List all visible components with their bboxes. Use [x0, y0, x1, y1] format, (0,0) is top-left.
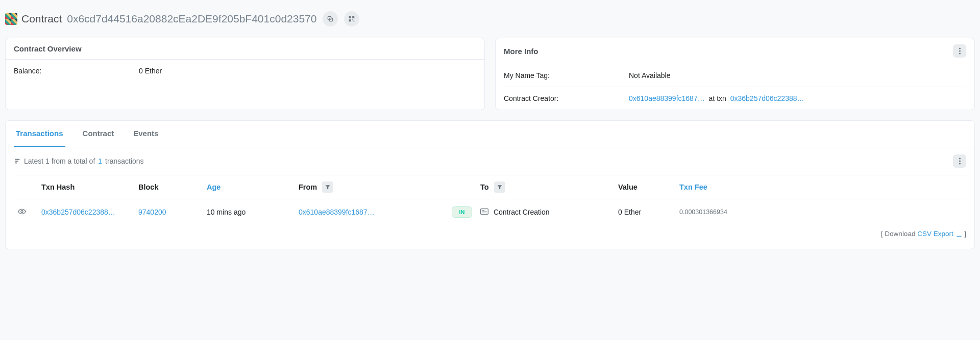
creator-address-link[interactable]: 0x610ae88399fc1687… — [629, 94, 705, 102]
nametag-row: My Name Tag: Not Available — [504, 64, 966, 87]
tx-to-text: Contract Creation — [494, 208, 550, 216]
identicon-icon — [5, 13, 17, 25]
qrcode-icon — [348, 15, 355, 22]
view-tx-button[interactable] — [18, 209, 26, 217]
page-header: Contract 0x6cd7d44516a20882cEa2DE9f205bF… — [5, 5, 975, 33]
copy-button[interactable] — [323, 11, 338, 27]
tx-summary-prefix: Latest 1 from a total of — [24, 157, 95, 165]
col-to: To — [476, 175, 614, 199]
nametag-label: My Name Tag: — [504, 71, 629, 80]
filter-to-button[interactable] — [494, 181, 505, 193]
balance-label: Balance: — [14, 67, 139, 75]
col-value: Value — [614, 175, 675, 199]
svg-point-8 — [959, 50, 961, 52]
page-title: Contract 0x6cd7d44516a20882cEa2DE9f205bF… — [21, 13, 316, 25]
download-icon — [956, 231, 962, 237]
tx-fee: 0.000301366934 — [675, 199, 966, 225]
page-address: 0x6cd7d44516a20882cEa2DE9f205bF401c0d235… — [67, 13, 316, 24]
tab-events[interactable]: Events — [131, 121, 160, 147]
svg-point-11 — [959, 161, 961, 162]
moreinfo-card-header: More Info — [496, 38, 974, 64]
svg-rect-6 — [354, 21, 355, 22]
at-txn-text: at txn — [709, 94, 726, 102]
transactions-card: Transactions Contract Events Latest 1 fr… — [5, 120, 975, 249]
export-row: [ Download CSV Export ] — [14, 225, 966, 245]
tx-value: 0 Ether — [614, 199, 675, 225]
export-suffix: ] — [964, 230, 966, 238]
moreinfo-card: More Info My Name Tag: Not Available Con… — [495, 38, 975, 110]
svg-point-10 — [959, 158, 961, 160]
svg-point-12 — [959, 163, 961, 165]
balance-row: Balance: 0 Ether — [14, 60, 476, 82]
direction-badge: IN — [452, 206, 472, 218]
filter-from-button[interactable] — [322, 181, 333, 193]
dots-vertical-icon — [959, 158, 961, 165]
overview-title: Contract Overview — [14, 44, 82, 53]
tx-from-link[interactable]: 0x610ae88399fc1687… — [299, 208, 375, 216]
sort-icon — [14, 158, 21, 165]
svg-point-9 — [959, 53, 961, 55]
svg-rect-5 — [353, 19, 354, 20]
page-title-label: Contract — [21, 13, 62, 24]
tab-transactions[interactable]: Transactions — [14, 121, 65, 147]
transactions-table: Txn Hash Block Age From To — [14, 175, 966, 225]
creator-label: Contract Creator: — [504, 94, 629, 102]
eye-icon — [18, 207, 26, 216]
balance-value: 0 Ether — [139, 67, 476, 75]
contract-icon — [480, 208, 488, 215]
table-row: 0x36b257d06c22388… 9740200 10 mins ago 0… — [14, 199, 966, 225]
col-from: From — [295, 175, 448, 199]
svg-rect-3 — [353, 16, 355, 18]
tx-age: 10 mins ago — [203, 199, 295, 225]
overview-card: Contract Overview Balance: 0 Ether — [5, 38, 485, 110]
qrcode-button[interactable] — [344, 11, 359, 27]
dots-vertical-icon — [959, 47, 961, 55]
tabs-bar: Transactions Contract Events — [6, 121, 974, 147]
overview-card-header: Contract Overview — [6, 38, 484, 60]
col-hash: Txn Hash — [37, 175, 134, 199]
svg-rect-4 — [349, 19, 351, 21]
tab-contract[interactable]: Contract — [81, 121, 116, 147]
tx-hash-link[interactable]: 0x36b257d06c22388… — [41, 208, 115, 216]
filter-icon — [325, 185, 330, 190]
moreinfo-menu-button[interactable] — [953, 44, 966, 58]
creator-row: Contract Creator: 0x610ae88399fc1687… at… — [504, 87, 966, 110]
tx-summary-count[interactable]: 1 — [98, 157, 102, 165]
tx-block-link[interactable]: 9740200 — [138, 208, 166, 216]
tx-summary-suffix: transactions — [105, 157, 143, 165]
export-prefix: [ Download — [881, 230, 916, 238]
svg-point-7 — [959, 48, 961, 49]
copy-icon — [327, 15, 334, 22]
col-fee[interactable]: Txn Fee — [675, 175, 966, 199]
csv-export-link[interactable]: CSV Export — [917, 230, 964, 238]
tx-menu-button[interactable] — [953, 154, 966, 168]
svg-rect-2 — [349, 16, 351, 18]
moreinfo-title: More Info — [504, 47, 538, 56]
col-block: Block — [134, 175, 203, 199]
creator-txn-link[interactable]: 0x36b257d06c22388… — [730, 94, 804, 102]
col-age[interactable]: Age — [203, 175, 295, 199]
tx-summary: Latest 1 from a total of 1 transactions — [14, 157, 144, 165]
nametag-value: Not Available — [629, 71, 966, 80]
filter-icon — [497, 185, 502, 190]
svg-point-13 — [21, 211, 23, 213]
